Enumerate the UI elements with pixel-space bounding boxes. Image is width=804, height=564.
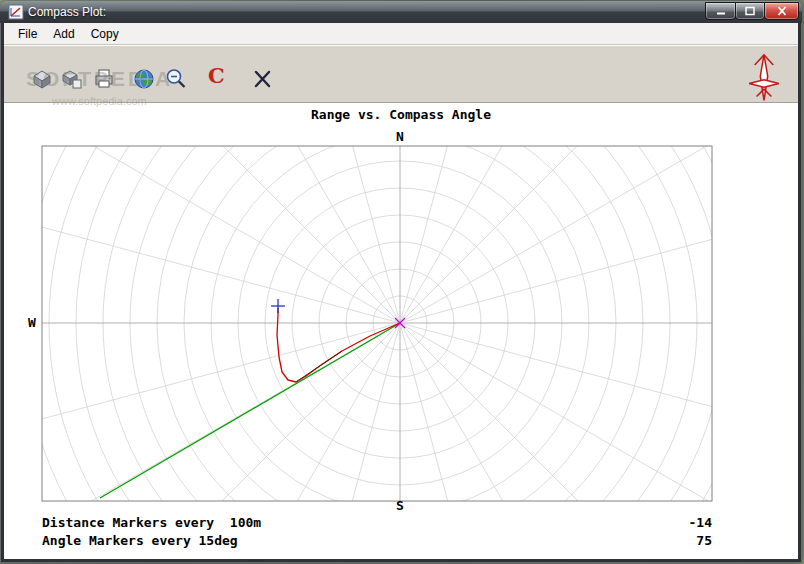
globe-icon[interactable] — [132, 67, 156, 91]
export-plot-icon[interactable] — [30, 67, 54, 91]
desktop: Compass Plot: File Add Copy — [0, 0, 804, 564]
close-button[interactable] — [764, 2, 799, 20]
zoom-out-icon[interactable] — [164, 67, 188, 91]
toolbar: C — [4, 45, 798, 103]
clear-icon[interactable]: C — [208, 64, 225, 88]
print-icon[interactable] — [92, 67, 116, 91]
plot-title: Range vs. Compass Angle — [4, 107, 798, 122]
menu-file[interactable]: File — [10, 25, 45, 43]
maximize-icon — [744, 6, 756, 16]
menu-copy[interactable]: Copy — [83, 25, 127, 43]
window-title: Compass Plot: — [28, 5, 106, 19]
distance-markers-note: Distance Markers every 100m — [42, 515, 261, 530]
close-icon — [776, 6, 788, 16]
minimize-icon — [715, 6, 727, 16]
menubar: File Add Copy — [4, 23, 798, 45]
maximize-button[interactable] — [735, 2, 765, 20]
minimize-button[interactable] — [705, 2, 736, 20]
readout-range-value: 75 — [604, 533, 712, 548]
svg-text:S: S — [396, 498, 404, 513]
titlebar[interactable]: Compass Plot: — [0, 1, 802, 23]
compass-plot-window: Compass Plot: File Add Copy — [0, 1, 802, 563]
angle-markers-note: Angle Markers every 15deg — [42, 533, 238, 548]
compass-rose-logo — [736, 52, 792, 104]
copy-plot-icon[interactable] — [60, 67, 84, 91]
svg-text:N: N — [396, 129, 404, 144]
app-icon — [8, 4, 24, 20]
svg-text:W: W — [28, 315, 36, 330]
readout-angle-value: -14 — [604, 515, 712, 530]
delete-icon[interactable] — [251, 67, 275, 91]
window-client-area: File Add Copy — [4, 23, 798, 559]
compass-plot[interactable]: NSW — [20, 129, 730, 515]
menu-add[interactable]: Add — [45, 25, 82, 43]
